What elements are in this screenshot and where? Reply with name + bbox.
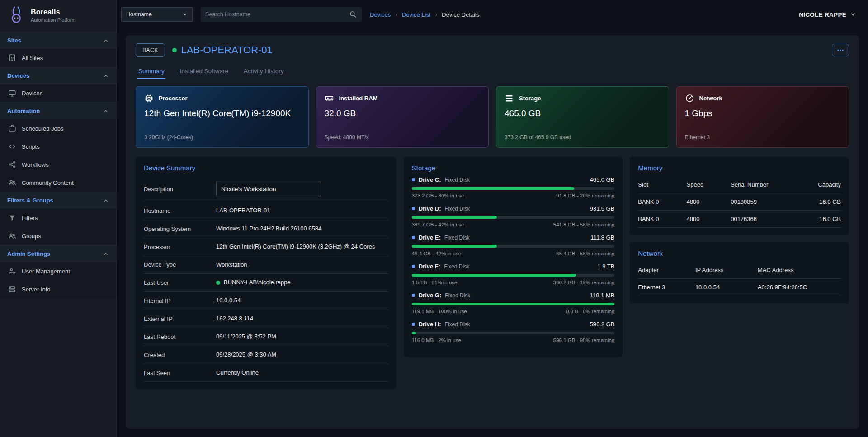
processor-icon — [144, 94, 154, 103]
summary-row-label: Description — [144, 186, 212, 193]
search-input[interactable] — [205, 11, 349, 18]
stat-head: Storage — [505, 94, 660, 103]
tab-installed-software[interactable]: Installed Software — [179, 64, 229, 79]
storage-card: Storage Drive C: Fixed Disk 465.0 GB 373… — [404, 157, 623, 357]
sidebar-item-devices[interactable]: Devices — [0, 84, 116, 102]
user-menu[interactable]: NICOLE RAPPE — [799, 11, 856, 18]
summary-row-last-seen: Last Seen Currently Online — [144, 364, 388, 382]
drive-size: 465.0 GB — [590, 176, 614, 183]
briefcase-icon — [8, 124, 16, 132]
drive-bullet-icon — [412, 236, 415, 239]
summary-row-value: LAB-OPERATOR-01 — [216, 207, 388, 215]
stat-card-value: 465.0 GB — [505, 108, 660, 118]
sidebar-item-all-sites[interactable]: All Sites — [0, 49, 116, 67]
breadcrumb-device-details: Device Details — [442, 11, 479, 18]
hostname-filter-select[interactable]: Hostname — [121, 7, 193, 22]
network-header-ip: IP Address — [695, 262, 758, 279]
sidebar-item-scheduled-jobs[interactable]: Scheduled Jobs — [0, 119, 116, 137]
memory-header-capacity: Capacity — [797, 176, 841, 193]
sidebar-section-automation[interactable]: Automation — [0, 102, 116, 119]
drive-size: 931.5 GB — [590, 205, 614, 212]
section-label: Devices — [7, 72, 29, 79]
sidebar-item-label: User Management — [22, 268, 70, 275]
drive-name: Drive G: — [419, 292, 442, 299]
stat-head: Network — [685, 94, 841, 103]
tab-activity-history[interactable]: Activity History — [243, 64, 285, 79]
section-label: Sites — [7, 37, 21, 44]
sidebar-item-scripts[interactable]: Scripts — [0, 137, 116, 155]
drive-type: Fixed Disk — [445, 177, 470, 183]
sidebar-item-filters[interactable]: Filters — [0, 209, 116, 227]
summary-row-value: Windows 11 Pro 24H2 Build 26100.6584 — [216, 225, 388, 233]
drive-usage-fill — [412, 274, 576, 277]
sidebar-section-admin-settings[interactable]: Admin Settings — [0, 245, 116, 262]
chevron-down-icon — [850, 11, 856, 18]
drive-usage-bar — [412, 274, 615, 277]
groups-icon — [8, 232, 16, 240]
stat-head: Processor — [144, 94, 300, 103]
borealis-logo-icon — [6, 5, 26, 25]
sidebar-item-groups[interactable]: Groups — [0, 227, 116, 245]
summary-row-value: 162.248.8.114 — [216, 315, 388, 323]
summary-row-label: Last Reboot — [144, 334, 212, 340]
sidebar-item-label: Scheduled Jobs — [22, 125, 64, 132]
sidebar-section-sites[interactable]: Sites — [0, 32, 116, 49]
sidebar-item-server-info[interactable]: Server Info — [0, 280, 116, 298]
drive-type: Fixed Disk — [445, 292, 470, 299]
description-input[interactable] — [216, 181, 321, 197]
summary-row-value: BUNNY-LAB\nicole.rappe — [216, 278, 388, 287]
section-label: Admin Settings — [7, 250, 50, 257]
sidebar-section-filters-groups[interactable]: Filters & Groups — [0, 192, 116, 209]
brand-header: Borealis Automation Platform — [0, 0, 116, 32]
app-root: Borealis Automation Platform Sites All S… — [0, 0, 868, 437]
summary-row-value: 09/11/2025 @ 3:52 PM — [216, 333, 388, 341]
network-cell-adapter: Ethernet 3 — [638, 279, 695, 296]
drive-row-c: Drive C: Fixed Disk 465.0 GB 373.2 GB - … — [412, 176, 615, 198]
stat-card-row: Processor 12th Gen Intel(R) Core(TM) i9-… — [136, 86, 849, 148]
network-cell-ip: 10.0.0.54 — [695, 279, 758, 296]
stat-card-storage: Storage 465.0 GB 373.2 GB of 465.0 GB us… — [496, 86, 669, 148]
stat-card-label: Network — [699, 95, 722, 102]
brand-subtitle: Automation Platform — [31, 17, 76, 23]
tab-summary[interactable]: Summary — [137, 64, 165, 79]
back-button[interactable]: BACK — [136, 43, 165, 57]
last-user-value: BUNNY-LAB\nicole.rappe — [224, 279, 291, 286]
drive-row-g: Drive G: Fixed Disk 119.1 MB 119.1 MB - … — [412, 292, 615, 314]
sidebar-item-label: Workflows — [22, 161, 49, 168]
code-icon — [8, 142, 16, 150]
summary-row-hostname: Hostname LAB-OPERATOR-01 — [144, 202, 388, 220]
drive-usage-fill — [412, 216, 497, 219]
summary-row-label: Operating System — [144, 226, 212, 232]
memory-table: Slot Speed Serial Number Capacity BANK 0… — [638, 176, 841, 228]
hostname-select-value: Hostname — [126, 11, 152, 18]
summary-row-value — [216, 181, 388, 197]
stat-card-network: Network 1 Gbps Ethernet 3 — [676, 86, 849, 148]
drive-stats: 389.7 GB - 42% in use 541.8 GB - 58% rem… — [412, 222, 615, 227]
sidebar-item-community-content[interactable]: Community Content — [0, 174, 116, 192]
drive-used: 119.1 MB - 100% in use — [412, 309, 467, 314]
online-status-dot — [172, 48, 177, 52]
breadcrumb-devices[interactable]: Devices — [370, 11, 391, 18]
drive-name: Drive F: — [419, 263, 440, 270]
summary-row-label: Last User — [144, 279, 212, 286]
drive-usage-bar — [412, 216, 615, 219]
summary-row-value: 10.0.0.54 — [216, 296, 388, 305]
sidebar-item-workflows[interactable]: Workflows — [0, 155, 116, 174]
sidebar-item-user-management[interactable]: User Management — [0, 262, 116, 280]
memory-cell-speed: 4800 — [687, 211, 731, 228]
stat-card-footer: 3.20GHz (24-Cores) — [144, 134, 300, 141]
summary-row-created: Created 09/28/2025 @ 3:30 AM — [144, 346, 388, 364]
more-actions-button[interactable] — [832, 44, 849, 56]
drive-size: 1.9 TB — [597, 263, 614, 270]
sidebar-item-label: Community Content — [22, 179, 74, 186]
breadcrumb-device-list[interactable]: Device List — [402, 11, 431, 18]
drive-row-h: Drive H: Fixed Disk 596.2 GB 116.0 MB - … — [412, 321, 615, 343]
summary-row-value: 09/28/2025 @ 3:30 AM — [216, 351, 388, 359]
summary-row-label: Last Seen — [144, 370, 212, 376]
card-title: Memory — [638, 164, 841, 172]
sidebar-section-devices[interactable]: Devices — [0, 67, 116, 84]
drive-row-e: Drive E: Fixed Disk 111.8 GB 46.4 GB - 4… — [412, 234, 615, 256]
drive-head: Drive C: Fixed Disk 465.0 GB — [412, 176, 615, 183]
drive-name: Drive E: — [419, 234, 441, 241]
card-title: Network — [638, 249, 841, 257]
